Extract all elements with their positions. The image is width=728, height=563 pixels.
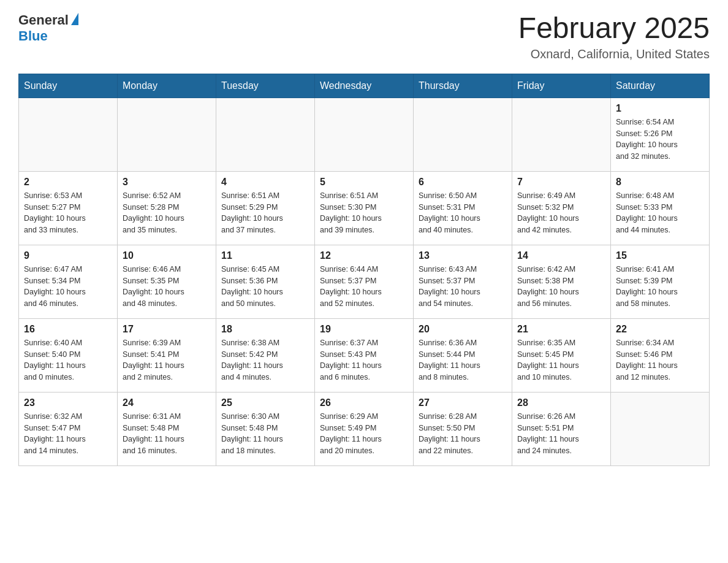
- day-number: 4: [221, 177, 309, 188]
- day-number: 22: [616, 324, 704, 335]
- day-number: 15: [616, 250, 704, 261]
- day-number: 2: [24, 177, 112, 188]
- day-info: Sunrise: 6:30 AM Sunset: 5:48 PM Dayligh…: [221, 411, 309, 457]
- day-info: Sunrise: 6:35 AM Sunset: 5:45 PM Dayligh…: [517, 337, 605, 383]
- calendar-day-cell: 8Sunrise: 6:48 AM Sunset: 5:33 PM Daylig…: [611, 171, 710, 245]
- weekday-header: Wednesday: [315, 74, 414, 98]
- calendar-day-cell: [19, 98, 118, 171]
- calendar-day-cell: 5Sunrise: 6:51 AM Sunset: 5:30 PM Daylig…: [315, 171, 414, 245]
- day-number: 17: [123, 324, 211, 335]
- calendar-day-cell: 10Sunrise: 6:46 AM Sunset: 5:35 PM Dayli…: [118, 245, 216, 318]
- day-number: 9: [24, 250, 112, 261]
- day-info: Sunrise: 6:31 AM Sunset: 5:48 PM Dayligh…: [123, 411, 211, 457]
- logo-blue-text: Blue: [18, 28, 48, 44]
- calendar-day-cell: 28Sunrise: 6:26 AM Sunset: 5:51 PM Dayli…: [512, 392, 611, 465]
- day-number: 7: [517, 177, 605, 188]
- day-number: 10: [123, 250, 211, 261]
- day-info: Sunrise: 6:36 AM Sunset: 5:44 PM Dayligh…: [419, 337, 507, 383]
- calendar-table: SundayMondayTuesdayWednesdayThursdayFrid…: [18, 74, 710, 466]
- calendar-day-cell: 16Sunrise: 6:40 AM Sunset: 5:40 PM Dayli…: [19, 318, 118, 392]
- day-info: Sunrise: 6:54 AM Sunset: 5:26 PM Dayligh…: [616, 117, 704, 163]
- weekday-header: Monday: [118, 74, 216, 98]
- day-info: Sunrise: 6:46 AM Sunset: 5:35 PM Dayligh…: [123, 264, 211, 310]
- calendar-day-cell: 4Sunrise: 6:51 AM Sunset: 5:29 PM Daylig…: [216, 171, 315, 245]
- day-number: 16: [24, 324, 112, 335]
- day-info: Sunrise: 6:51 AM Sunset: 5:30 PM Dayligh…: [320, 190, 408, 236]
- page-subtitle: Oxnard, California, United States: [518, 47, 710, 61]
- day-info: Sunrise: 6:37 AM Sunset: 5:43 PM Dayligh…: [320, 337, 408, 383]
- calendar-day-cell: 14Sunrise: 6:42 AM Sunset: 5:38 PM Dayli…: [512, 245, 611, 318]
- calendar-day-cell: 1Sunrise: 6:54 AM Sunset: 5:26 PM Daylig…: [611, 98, 710, 171]
- day-number: 19: [320, 324, 408, 335]
- day-info: Sunrise: 6:41 AM Sunset: 5:39 PM Dayligh…: [616, 264, 704, 310]
- day-info: Sunrise: 6:50 AM Sunset: 5:31 PM Dayligh…: [419, 190, 507, 236]
- day-info: Sunrise: 6:29 AM Sunset: 5:49 PM Dayligh…: [320, 411, 408, 457]
- day-info: Sunrise: 6:45 AM Sunset: 5:36 PM Dayligh…: [221, 264, 309, 310]
- calendar-day-cell: 2Sunrise: 6:53 AM Sunset: 5:27 PM Daylig…: [19, 171, 118, 245]
- calendar-day-cell: [118, 98, 216, 171]
- calendar-day-cell: [315, 98, 414, 171]
- calendar-day-cell: 22Sunrise: 6:34 AM Sunset: 5:46 PM Dayli…: [611, 318, 710, 392]
- day-info: Sunrise: 6:28 AM Sunset: 5:50 PM Dayligh…: [419, 411, 507, 457]
- day-number: 21: [517, 324, 605, 335]
- day-info: Sunrise: 6:34 AM Sunset: 5:46 PM Dayligh…: [616, 337, 704, 383]
- calendar-day-cell: 6Sunrise: 6:50 AM Sunset: 5:31 PM Daylig…: [414, 171, 512, 245]
- day-number: 25: [221, 397, 309, 408]
- logo-general-text: General: [18, 12, 69, 28]
- day-number: 24: [123, 397, 211, 408]
- calendar-day-cell: [611, 392, 710, 465]
- day-info: Sunrise: 6:42 AM Sunset: 5:38 PM Dayligh…: [517, 264, 605, 310]
- calendar-day-cell: 11Sunrise: 6:45 AM Sunset: 5:36 PM Dayli…: [216, 245, 315, 318]
- calendar-day-cell: 7Sunrise: 6:49 AM Sunset: 5:32 PM Daylig…: [512, 171, 611, 245]
- calendar-day-cell: 21Sunrise: 6:35 AM Sunset: 5:45 PM Dayli…: [512, 318, 611, 392]
- weekday-header: Saturday: [611, 74, 710, 98]
- day-number: 1: [616, 103, 704, 114]
- logo-triangle-icon: [71, 13, 78, 25]
- calendar-day-cell: 25Sunrise: 6:30 AM Sunset: 5:48 PM Dayli…: [216, 392, 315, 465]
- logo: General Blue: [18, 12, 78, 44]
- page-title: February 2025: [518, 12, 710, 45]
- calendar-day-cell: 17Sunrise: 6:39 AM Sunset: 5:41 PM Dayli…: [118, 318, 216, 392]
- calendar-week-row: 9Sunrise: 6:47 AM Sunset: 5:34 PM Daylig…: [19, 245, 710, 318]
- day-number: 11: [221, 250, 309, 261]
- calendar-day-cell: [216, 98, 315, 171]
- calendar-day-cell: 3Sunrise: 6:52 AM Sunset: 5:28 PM Daylig…: [118, 171, 216, 245]
- calendar-day-cell: 23Sunrise: 6:32 AM Sunset: 5:47 PM Dayli…: [19, 392, 118, 465]
- calendar-header-row: SundayMondayTuesdayWednesdayThursdayFrid…: [19, 74, 710, 98]
- day-info: Sunrise: 6:49 AM Sunset: 5:32 PM Dayligh…: [517, 190, 605, 236]
- calendar-day-cell: 13Sunrise: 6:43 AM Sunset: 5:37 PM Dayli…: [414, 245, 512, 318]
- day-number: 23: [24, 397, 112, 408]
- day-info: Sunrise: 6:39 AM Sunset: 5:41 PM Dayligh…: [123, 337, 211, 383]
- calendar-day-cell: 20Sunrise: 6:36 AM Sunset: 5:44 PM Dayli…: [414, 318, 512, 392]
- day-info: Sunrise: 6:47 AM Sunset: 5:34 PM Dayligh…: [24, 264, 112, 310]
- day-info: Sunrise: 6:44 AM Sunset: 5:37 PM Dayligh…: [320, 264, 408, 310]
- calendar-day-cell: 18Sunrise: 6:38 AM Sunset: 5:42 PM Dayli…: [216, 318, 315, 392]
- day-info: Sunrise: 6:43 AM Sunset: 5:37 PM Dayligh…: [419, 264, 507, 310]
- day-info: Sunrise: 6:26 AM Sunset: 5:51 PM Dayligh…: [517, 411, 605, 457]
- calendar-day-cell: 12Sunrise: 6:44 AM Sunset: 5:37 PM Dayli…: [315, 245, 414, 318]
- day-info: Sunrise: 6:40 AM Sunset: 5:40 PM Dayligh…: [24, 337, 112, 383]
- day-info: Sunrise: 6:38 AM Sunset: 5:42 PM Dayligh…: [221, 337, 309, 383]
- day-info: Sunrise: 6:48 AM Sunset: 5:33 PM Dayligh…: [616, 190, 704, 236]
- day-number: 3: [123, 177, 211, 188]
- day-number: 6: [419, 177, 507, 188]
- calendar-day-cell: 15Sunrise: 6:41 AM Sunset: 5:39 PM Dayli…: [611, 245, 710, 318]
- day-number: 13: [419, 250, 507, 261]
- day-number: 5: [320, 177, 408, 188]
- calendar-week-row: 1Sunrise: 6:54 AM Sunset: 5:26 PM Daylig…: [19, 98, 710, 171]
- day-number: 26: [320, 397, 408, 408]
- weekday-header: Sunday: [19, 74, 118, 98]
- weekday-header: Tuesday: [216, 74, 315, 98]
- calendar-day-cell: 19Sunrise: 6:37 AM Sunset: 5:43 PM Dayli…: [315, 318, 414, 392]
- calendar-day-cell: 9Sunrise: 6:47 AM Sunset: 5:34 PM Daylig…: [19, 245, 118, 318]
- day-info: Sunrise: 6:52 AM Sunset: 5:28 PM Dayligh…: [123, 190, 211, 236]
- page-header: General Blue February 2025 Oxnard, Calif…: [18, 12, 710, 61]
- calendar-week-row: 23Sunrise: 6:32 AM Sunset: 5:47 PM Dayli…: [19, 392, 710, 465]
- day-number: 20: [419, 324, 507, 335]
- calendar-day-cell: [512, 98, 611, 171]
- calendar-day-cell: [414, 98, 512, 171]
- day-number: 14: [517, 250, 605, 261]
- day-number: 27: [419, 397, 507, 408]
- calendar-day-cell: 24Sunrise: 6:31 AM Sunset: 5:48 PM Dayli…: [118, 392, 216, 465]
- day-info: Sunrise: 6:53 AM Sunset: 5:27 PM Dayligh…: [24, 190, 112, 236]
